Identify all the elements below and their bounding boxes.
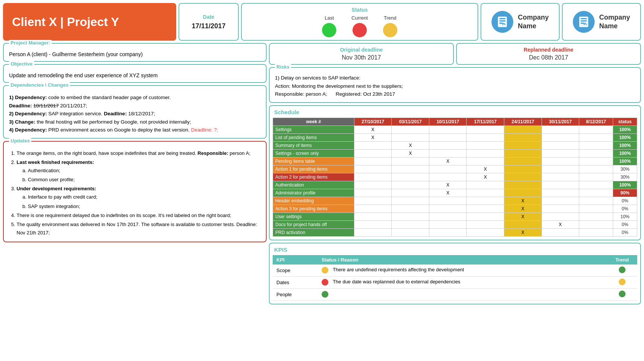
r1c2 bbox=[392, 125, 429, 133]
r7c7 bbox=[579, 173, 613, 181]
kpi-dates-trend bbox=[607, 276, 637, 288]
kpi-scope-reason: There are undefined requirements affecti… bbox=[333, 267, 464, 273]
schedule-col-3: 10/11/2017 bbox=[429, 118, 467, 125]
row-label-adminprofile: Administrator profile bbox=[273, 189, 354, 197]
r10c5: X bbox=[504, 197, 542, 205]
r8c1 bbox=[354, 181, 392, 189]
r8c5 bbox=[504, 181, 542, 189]
schedule-col-4: 17/11/2017 bbox=[467, 118, 504, 125]
right-column: Original deadline Nov 30th 2017 Replanne… bbox=[269, 43, 641, 304]
r10c3 bbox=[429, 197, 467, 205]
r13-status: 0% bbox=[613, 220, 637, 228]
updates-label: Updates bbox=[9, 138, 31, 144]
left-column: Project Manager: Person A (client) - Gui… bbox=[3, 43, 267, 304]
dep1-deadline-bold: Deadline: bbox=[9, 103, 32, 109]
r12c4 bbox=[467, 213, 504, 220]
status-trend-dot bbox=[383, 23, 397, 37]
r7-status: 30% bbox=[613, 173, 637, 181]
company-name-2: CompanyName bbox=[599, 13, 630, 31]
schedule-title: Schedule bbox=[274, 109, 637, 115]
r11c5: X bbox=[504, 205, 542, 213]
update-sub-3b: SAP system integration; bbox=[28, 202, 261, 211]
r3c7 bbox=[579, 141, 613, 149]
kpi-dates-status: The due date was replanned due to extern… bbox=[318, 276, 607, 288]
kpis-section: KPIS KPI Status / Reason Trend Scope bbox=[269, 243, 641, 304]
r2c2 bbox=[392, 133, 429, 141]
r9c7 bbox=[579, 189, 613, 197]
update-sub-3: Interface to pay with credit card; SAP s… bbox=[17, 193, 261, 210]
r9c1 bbox=[354, 189, 392, 197]
r9c4 bbox=[467, 189, 504, 197]
r11c1 bbox=[354, 205, 392, 213]
schedule-row-auth: Authentication X 100% bbox=[273, 181, 637, 189]
r14c2 bbox=[392, 228, 429, 236]
svg-rect-7 bbox=[581, 23, 584, 24]
row-label-action1: Action 1 for pending items bbox=[273, 165, 354, 173]
r8c4 bbox=[467, 181, 504, 189]
r2-status: 100% bbox=[613, 133, 637, 141]
r6c2 bbox=[392, 165, 429, 173]
r1-status: 100% bbox=[613, 125, 637, 133]
r14c7 bbox=[579, 228, 613, 236]
r3c2: X bbox=[392, 141, 429, 149]
status-indicators: Last Current Trend bbox=[322, 15, 397, 37]
schedule-row-pendingtable: Pending items table X 100% bbox=[273, 157, 637, 165]
r9c5 bbox=[504, 189, 542, 197]
schedule-row-adminprofile: Administrator profile X 90% bbox=[273, 189, 637, 197]
header-row: Client X | Project Y Date 17/11/2017 Sta… bbox=[3, 3, 641, 41]
row-label-prd: PRD activation bbox=[273, 228, 354, 236]
r1c6 bbox=[542, 125, 579, 133]
r1c1: X bbox=[354, 125, 392, 133]
r13c4 bbox=[467, 220, 504, 228]
r1c4 bbox=[467, 125, 504, 133]
r7c2 bbox=[392, 173, 429, 181]
r10c7 bbox=[579, 197, 613, 205]
dependencies-card: Dependencies \ Changes 1) Dependency: co… bbox=[3, 85, 267, 139]
r2c1: X bbox=[354, 133, 392, 141]
r14-status: 0% bbox=[613, 228, 637, 236]
kpis-header-row: KPI Status / Reason Trend bbox=[273, 255, 637, 265]
update-sub-3a: Interface to pay with credit card; bbox=[28, 193, 261, 201]
schedule-row-prd: PRD activation X 0% bbox=[273, 228, 637, 236]
r2c4 bbox=[467, 133, 504, 141]
dep2-deadline-bold: Deadline: bbox=[104, 111, 127, 116]
dep1-bold: 1) Dependency: bbox=[9, 95, 47, 100]
r6c5 bbox=[504, 165, 542, 173]
status-current-label: Current bbox=[351, 15, 368, 21]
company-box-2: CompanyName bbox=[562, 3, 641, 41]
row-label-pending: List of pending items bbox=[273, 133, 354, 141]
kpis-body: Scope There are undefined requirements a… bbox=[273, 265, 637, 301]
kpi-scope-dot bbox=[322, 267, 328, 274]
kpi-dates-trend-dot bbox=[619, 278, 626, 285]
r14c4 bbox=[467, 228, 504, 236]
r6c6 bbox=[542, 165, 579, 173]
status-box: Status Last Current Trend bbox=[241, 3, 478, 41]
r14c5: X bbox=[504, 228, 542, 236]
update-item-4: There is one requirement delayed due to … bbox=[17, 211, 261, 220]
r13c6: X bbox=[542, 220, 579, 228]
schedule-table: week # 27/10/2017 03/11/2017 10/11/2017 … bbox=[273, 118, 637, 237]
schedule-col-2: 03/11/2017 bbox=[392, 118, 429, 125]
update-item-5: The quality environment was delivered in… bbox=[17, 220, 261, 237]
r6c4: X bbox=[467, 165, 504, 173]
r3c4 bbox=[467, 141, 504, 149]
r13c2 bbox=[392, 220, 429, 228]
schedule-row-action3: Action 3 for pending items X 0% bbox=[273, 205, 637, 213]
schedule-col-5: 24/11/2017 bbox=[504, 118, 542, 125]
r13c7 bbox=[579, 220, 613, 228]
dep2-bold: 2) Dependency: bbox=[9, 111, 47, 116]
r8c7 bbox=[579, 181, 613, 189]
kpi-col-status: Status / Reason bbox=[318, 255, 607, 265]
r7c1 bbox=[354, 173, 392, 181]
r14c3 bbox=[429, 228, 467, 236]
r7c6 bbox=[542, 173, 579, 181]
kpi-scope-status: There are undefined requirements affecti… bbox=[318, 265, 607, 277]
risks-text: 1) Delay on services to SAP interface: A… bbox=[275, 74, 635, 98]
r4-status: 100% bbox=[613, 149, 637, 157]
kpi-row-people: People bbox=[273, 288, 637, 300]
r10c1 bbox=[354, 197, 392, 205]
kpi-people-dot bbox=[322, 291, 328, 298]
r10c2 bbox=[392, 197, 429, 205]
schedule-col-week: week # bbox=[273, 118, 354, 125]
update-sub-2a: Authentication; bbox=[28, 167, 261, 175]
